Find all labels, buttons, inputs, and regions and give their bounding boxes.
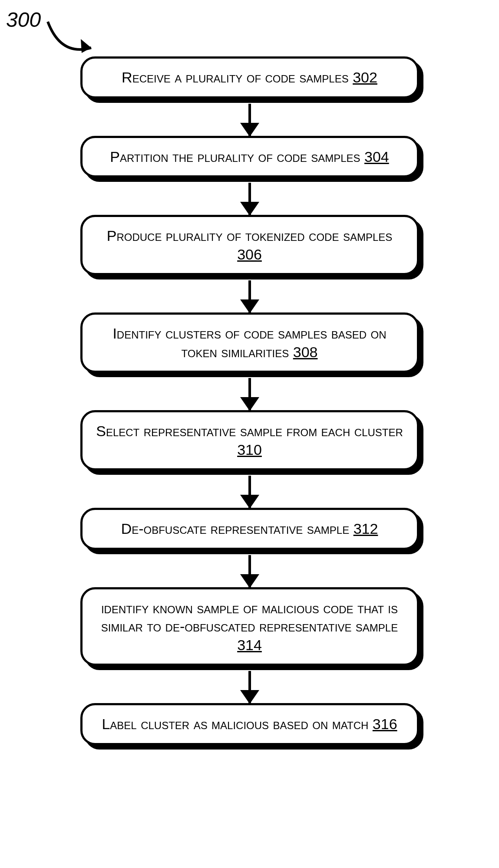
flow-step-box: Identify clusters of code samples based …: [80, 312, 419, 373]
flow-step-ref: 308: [293, 344, 318, 360]
flow-step-ref: 314: [237, 637, 262, 653]
flow-step-ref: 304: [364, 148, 389, 165]
flow-arrow-icon: [248, 104, 251, 136]
flow-step-text: identify known sample of malicious code …: [101, 600, 398, 635]
svg-marker-0: [81, 39, 91, 53]
flow-step-text: Identify clusters of code samples based …: [112, 325, 386, 360]
flow-arrow-icon: [248, 378, 251, 410]
flow-arrow-icon: [248, 280, 251, 312]
flow-step: Label cluster as malicious based on matc…: [80, 703, 419, 745]
flow-step-box: Partition the plurality of code samples …: [80, 136, 419, 178]
flow-step-text: De-obfuscate representative sample: [121, 520, 354, 537]
flow-arrow-icon: [248, 555, 251, 587]
flow-arrow-icon: [248, 476, 251, 508]
flowchart-canvas: 300 Receive a plurality of code samples …: [0, 0, 499, 868]
flow-step-box: Select representative sample from each c…: [80, 410, 419, 470]
flow-step-ref: 316: [373, 716, 397, 732]
flow-step: Receive a plurality of code samples 302: [80, 56, 419, 99]
flow-step-box: identify known sample of malicious code …: [80, 587, 419, 666]
flow-step-text: Receive a plurality of code samples: [122, 69, 353, 85]
flow-step: identify known sample of malicious code …: [80, 587, 419, 666]
flow-step-ref: 310: [237, 441, 262, 458]
flow-step-box: Label cluster as malicious based on matc…: [80, 703, 419, 745]
flow-step-text: Produce plurality of tokenized code samp…: [107, 227, 393, 244]
flow-step: De-obfuscate representative sample 312: [80, 508, 419, 550]
flow-step-text: Select representative sample from each c…: [96, 423, 403, 439]
flow-step-ref: 302: [353, 69, 377, 85]
flow-step-box: Receive a plurality of code samples 302: [80, 56, 419, 99]
flow-arrow-icon: [248, 671, 251, 703]
flow-arrow-icon: [248, 183, 251, 215]
figure-reference-label: 300: [6, 8, 41, 32]
flow-step-box: De-obfuscate representative sample 312: [80, 508, 419, 550]
flow-step-box: Produce plurality of tokenized code samp…: [80, 215, 419, 275]
flow-step-ref: 306: [237, 246, 262, 263]
flow-step: Produce plurality of tokenized code samp…: [80, 215, 419, 275]
flow-step: Select representative sample from each c…: [80, 410, 419, 470]
flow-step: Partition the plurality of code samples …: [80, 136, 419, 178]
flowchart-column: Receive a plurality of code samples 302P…: [0, 56, 499, 745]
flow-step-text: Label cluster as malicious based on matc…: [102, 716, 372, 732]
flow-step-ref: 312: [354, 520, 378, 537]
flow-step: Identify clusters of code samples based …: [80, 312, 419, 373]
flow-step-text: Partition the plurality of code samples: [110, 148, 364, 165]
